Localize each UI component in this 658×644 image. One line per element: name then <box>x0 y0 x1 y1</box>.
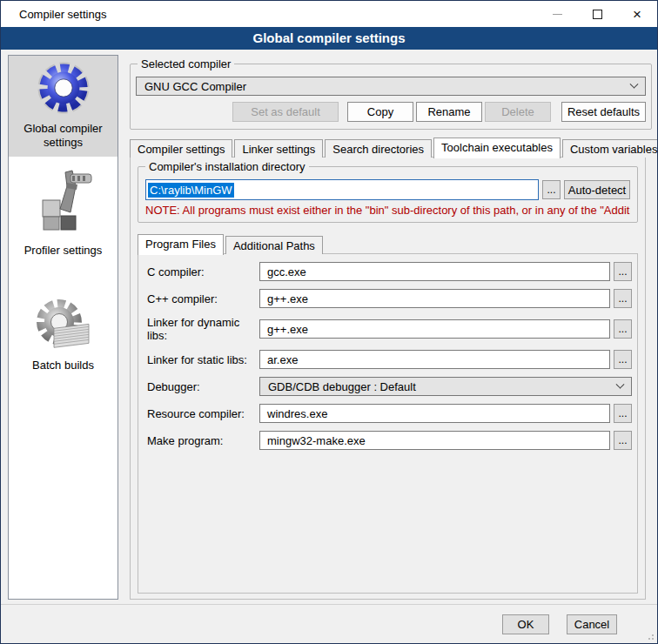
installation-directory-value: C:\raylib\MinGW <box>148 183 234 198</box>
dynamic-linker-input[interactable]: g++.exe <box>259 319 610 339</box>
form-row: C compiler: gcc.exe ... <box>147 262 632 281</box>
reset-defaults-button[interactable]: Reset defaults <box>561 102 646 122</box>
rename-button[interactable]: Rename <box>416 102 482 122</box>
form-row: Linker for dynamic libs: g++.exe ... <box>147 316 632 342</box>
cpp-compiler-input[interactable]: g++.exe <box>259 289 610 308</box>
dialog-header: Global compiler settings <box>1 27 657 50</box>
make-program-value: mingw32-make.exe <box>267 434 366 447</box>
c-compiler-label: C compiler: <box>147 265 259 278</box>
auto-detect-button[interactable]: Auto-detect <box>564 180 630 199</box>
maximize-icon <box>593 10 602 19</box>
debugger-value: GDB/CDB debugger : Default <box>268 380 416 393</box>
resource-compiler-label: Resource compiler: <box>147 407 259 420</box>
gear-stack-icon <box>35 296 92 355</box>
make-program-input[interactable]: mingw32-make.exe <box>259 431 610 450</box>
sidebar-item-label: Profiler settings <box>24 244 103 258</box>
tab-search-directories[interactable]: Search directories <box>325 139 432 158</box>
cpp-compiler-value: g++.exe <box>267 292 308 305</box>
resource-compiler-input[interactable]: windres.exe <box>259 404 610 423</box>
minimize-button[interactable] <box>537 1 577 27</box>
close-icon: × <box>633 7 641 22</box>
c-compiler-browse-button[interactable]: ... <box>614 262 632 281</box>
subtab-program-files[interactable]: Program Files <box>138 234 224 255</box>
settings-category-list: Global compiler settings <box>8 55 118 600</box>
static-linker-value: ar.exe <box>267 353 298 366</box>
sidebar-item-global-compiler-settings[interactable]: Global compiler settings <box>9 56 118 157</box>
settings-tabs: Compiler settings Linker settings Search… <box>130 137 652 158</box>
tab-toolchain-executables[interactable]: Toolchain executables <box>433 138 561 158</box>
tab-custom-variables[interactable]: Custom variables <box>562 139 658 158</box>
dynamic-linker-label: Linker for dynamic libs: <box>147 316 259 342</box>
static-linker-browse-button[interactable]: ... <box>614 350 632 369</box>
debugger-select[interactable]: GDB/CDB debugger : Default <box>259 377 632 396</box>
minimize-icon <box>553 14 562 15</box>
dialog-footer: OK Cancel <box>1 604 657 643</box>
form-row: Make program: mingw32-make.exe ... <box>147 431 632 450</box>
make-program-browse-button[interactable]: ... <box>614 431 632 450</box>
static-linker-input[interactable]: ar.exe <box>259 350 610 369</box>
sidebar-item-batch-builds[interactable]: Batch builds <box>9 291 118 379</box>
sidebar-item-profiler-settings[interactable]: Profiler settings <box>9 162 118 265</box>
blue-gear-icon <box>37 61 91 118</box>
compiler-settings-dialog: Compiler settings × Global compiler sett… <box>0 0 658 644</box>
resource-compiler-value: windres.exe <box>267 407 327 420</box>
resource-compiler-browse-button[interactable]: ... <box>614 404 632 423</box>
debugger-label: Debugger: <box>147 380 259 393</box>
maximize-button[interactable] <box>577 1 617 27</box>
make-program-label: Make program: <box>147 434 259 447</box>
resize-grip[interactable] <box>646 632 655 641</box>
cpp-compiler-browse-button[interactable]: ... <box>614 289 632 308</box>
window-title: Compiler settings <box>1 8 106 21</box>
dynamic-linker-browse-button[interactable]: ... <box>614 319 632 339</box>
cpp-compiler-label: C++ compiler: <box>147 292 259 305</box>
chevron-down-icon <box>616 379 625 388</box>
program-subtabs: Program Files Additional Paths <box>138 233 638 254</box>
chevron-down-icon <box>630 79 639 88</box>
cancel-button[interactable]: Cancel <box>567 614 617 634</box>
sidebar-item-label: Global compiler settings <box>10 122 116 150</box>
ok-button[interactable]: OK <box>502 614 549 634</box>
form-row: Linker for static libs: ar.exe ... <box>147 350 632 369</box>
selected-compiler-group: Selected compiler GNU GCC Compiler Set a… <box>130 64 652 130</box>
set-as-default-button: Set as default <box>232 102 339 122</box>
form-row: Resource compiler: windres.exe ... <box>147 404 632 423</box>
close-button[interactable]: × <box>617 1 657 27</box>
caliper-icon <box>32 167 95 240</box>
copy-button[interactable]: Copy <box>347 102 413 122</box>
compiler-select[interactable]: GNU GCC Compiler <box>136 77 646 96</box>
subtab-additional-paths[interactable]: Additional Paths <box>225 236 323 254</box>
sidebar-item-label: Batch builds <box>32 359 94 372</box>
selected-compiler-legend: Selected compiler <box>138 57 234 70</box>
compiler-select-value: GNU GCC Compiler <box>144 80 246 93</box>
tab-linker-settings[interactable]: Linker settings <box>234 139 323 158</box>
dynamic-linker-value: g++.exe <box>267 323 308 336</box>
delete-button: Delete <box>485 102 551 122</box>
static-linker-label: Linker for static libs: <box>147 353 259 366</box>
note-text: NOTE: All programs must exist either in … <box>145 204 630 217</box>
toolchain-executables-page: Compiler's installation directory C:\ray… <box>130 157 646 600</box>
form-row: C++ compiler: g++.exe ... <box>147 289 632 308</box>
c-compiler-input[interactable]: gcc.exe <box>259 262 610 281</box>
program-files-page: C compiler: gcc.exe ... C++ compiler: g+… <box>138 253 638 594</box>
form-row: Debugger: GDB/CDB debugger : Default <box>147 377 632 396</box>
tab-compiler-settings[interactable]: Compiler settings <box>130 139 232 158</box>
installation-directory-legend: Compiler's installation directory <box>145 160 309 173</box>
installation-directory-group: Compiler's installation directory C:\ray… <box>138 166 638 223</box>
c-compiler-value: gcc.exe <box>267 265 306 278</box>
title-bar: Compiler settings × <box>1 1 657 27</box>
installation-directory-input[interactable]: C:\raylib\MinGW <box>145 179 539 200</box>
browse-directory-button[interactable]: ... <box>542 180 561 199</box>
